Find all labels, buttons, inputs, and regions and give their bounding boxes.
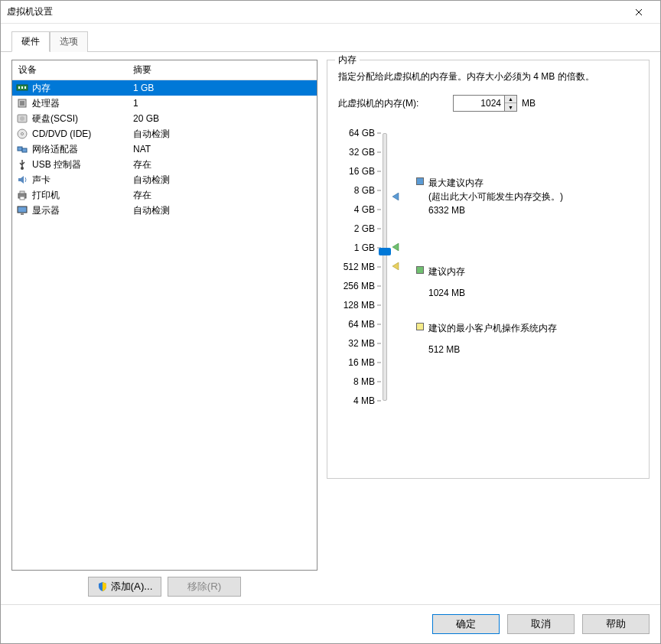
- tick-line: [377, 171, 381, 172]
- close-icon: [635, 8, 643, 16]
- remove-button: 移除(R): [168, 577, 241, 597]
- square-yellow-icon: [416, 323, 424, 330]
- square-blue-icon: [416, 177, 424, 185]
- device-row-summary: 自动检测: [127, 204, 317, 217]
- content-area: 设备 摘要 内存1 GB处理器1硬盘(SCSI)20 GBCD/DVD (IDE…: [1, 51, 660, 604]
- spinner-down-button[interactable]: ▼: [505, 103, 516, 111]
- device-row-summary: 存在: [127, 189, 317, 202]
- legend-max-text: 最大建议内存 (超出此大小可能发生内存交换。) 6332 MB: [428, 176, 563, 217]
- header-device[interactable]: 设备: [12, 60, 127, 80]
- memory-description: 指定分配给此虚拟机的内存量。内存大小必须为 4 MB 的倍数。: [338, 70, 638, 84]
- remove-button-label: 移除(R): [187, 580, 222, 594]
- legend-recommended-text: 建议内存 1024 MB: [428, 265, 465, 300]
- tick-line: [377, 382, 381, 382]
- tick-label: 128 MB: [344, 300, 375, 311]
- device-row-monitor[interactable]: 显示器自动检测: [12, 203, 317, 218]
- slider-tick-labels: 64 GB32 GB16 GB8 GB4 GB2 GB1 GB512 MB256…: [338, 130, 383, 405]
- device-row-usb[interactable]: USB 控制器存在: [12, 157, 317, 172]
- device-row-sound[interactable]: 声卡自动检测: [12, 172, 317, 187]
- ok-button[interactable]: 确定: [432, 614, 500, 634]
- tick-label: 256 MB: [344, 281, 375, 291]
- tick-label: 8 GB: [354, 185, 375, 196]
- device-row-label: 处理器: [32, 97, 127, 110]
- tick-label: 8 MB: [353, 376, 375, 387]
- memory-spinner: ▲ ▼: [505, 95, 517, 112]
- svg-point-9: [21, 133, 24, 135]
- tick-label: 64 GB: [349, 128, 375, 138]
- list-body: 内存1 GB处理器1硬盘(SCSI)20 GBCD/DVD (IDE)自动检测网…: [12, 80, 317, 218]
- legend-min-value: 512 MB: [428, 343, 557, 356]
- device-row-summary: 1: [127, 98, 317, 109]
- list-button-row: 添加(A)... 移除(R): [11, 577, 317, 597]
- tick-line: [377, 210, 381, 210]
- device-row-label: 网络适配器: [32, 143, 127, 156]
- tick-line: [377, 324, 381, 325]
- legend-max-value: 6332 MB: [428, 203, 563, 217]
- tick-label: 1 GB: [354, 242, 375, 253]
- slider-markers: [387, 130, 409, 405]
- device-row-summary: 存在: [127, 158, 317, 171]
- tab-hardware[interactable]: 硬件: [11, 31, 50, 52]
- device-row-disk[interactable]: 硬盘(SCSI)20 GB: [12, 111, 317, 126]
- device-row-net[interactable]: 网络适配器NAT: [12, 141, 317, 157]
- legend-min-title: 建议的最小客户机操作系统内存: [428, 321, 557, 335]
- usb-icon: [15, 158, 29, 171]
- vm-settings-window: 虚拟机设置 硬件 选项 设备 摘要 内存1 GB处理器1硬盘(SCSI)20 G…: [0, 0, 661, 644]
- memory-input[interactable]: [453, 95, 505, 112]
- device-row-memory[interactable]: 内存1 GB: [12, 80, 317, 96]
- spinner-up-button[interactable]: ▲: [505, 96, 516, 103]
- legend-recommended-value: 1024 MB: [428, 286, 465, 300]
- memory-slider-area: 64 GB32 GB16 GB8 GB4 GB2 GB1 GB512 MB256…: [338, 130, 638, 405]
- tick-label: 512 MB: [344, 262, 375, 272]
- min-marker: [392, 262, 399, 272]
- net-icon: [15, 143, 29, 155]
- device-row-cd[interactable]: CD/DVD (IDE)自动检测: [12, 126, 317, 141]
- cd-icon: [15, 128, 29, 140]
- memory-unit: MB: [522, 98, 536, 109]
- tick-label: 4 GB: [354, 204, 375, 215]
- tick-line: [377, 363, 381, 363]
- device-row-summary: 20 GB: [127, 113, 317, 124]
- device-row-cpu[interactable]: 处理器1: [12, 96, 317, 111]
- tick-label: 64 MB: [348, 319, 375, 330]
- tab-options[interactable]: 选项: [50, 31, 88, 52]
- legend-min-text: 建议的最小客户机操作系统内存 512 MB: [428, 321, 557, 356]
- triangle-left-blue-icon: [392, 193, 399, 200]
- svg-rect-5: [20, 101, 24, 106]
- device-row-label: CD/DVD (IDE): [32, 128, 127, 139]
- memory-field-label: 此虚拟机的内存(M):: [338, 97, 453, 110]
- header-summary[interactable]: 摘要: [127, 60, 317, 80]
- recommended-marker: [392, 242, 399, 253]
- device-row-label: USB 控制器: [32, 158, 127, 171]
- square-green-icon: [416, 266, 424, 274]
- tick-line: [377, 133, 381, 134]
- svg-point-12: [21, 167, 24, 170]
- close-button[interactable]: [624, 2, 654, 23]
- svg-rect-17: [21, 213, 24, 215]
- legend-max-note: (超出此大小可能发生内存交换。): [428, 190, 563, 203]
- device-row-summary: 1 GB: [127, 83, 317, 93]
- svg-rect-1: [18, 86, 20, 89]
- titlebar: 虚拟机设置: [1, 1, 660, 24]
- memory-group-title: 内存: [335, 54, 360, 67]
- svg-point-7: [20, 116, 24, 121]
- add-button[interactable]: 添加(A)...: [88, 577, 161, 597]
- triangle-left-green-icon: [392, 243, 399, 251]
- disk-icon: [15, 112, 29, 125]
- device-row-printer[interactable]: 打印机存在: [12, 187, 317, 203]
- cancel-button[interactable]: 取消: [507, 614, 575, 634]
- memory-field-row: 此虚拟机的内存(M): ▲ ▼ MB: [338, 95, 638, 112]
- tick-line: [377, 343, 381, 344]
- svg-rect-11: [22, 148, 27, 152]
- device-row-summary: 自动检测: [127, 174, 317, 187]
- help-button[interactable]: 帮助: [582, 614, 650, 634]
- tick-line: [377, 401, 381, 402]
- tick-label: 32 GB: [349, 147, 375, 158]
- memory-icon: [15, 82, 29, 94]
- triangle-left-yellow-icon: [392, 262, 399, 270]
- tick-line: [377, 267, 381, 268]
- tick-line: [377, 152, 381, 153]
- svg-rect-3: [24, 86, 26, 89]
- sound-icon: [15, 174, 29, 186]
- left-panel: 设备 摘要 内存1 GB处理器1硬盘(SCSI)20 GBCD/DVD (IDE…: [11, 52, 317, 597]
